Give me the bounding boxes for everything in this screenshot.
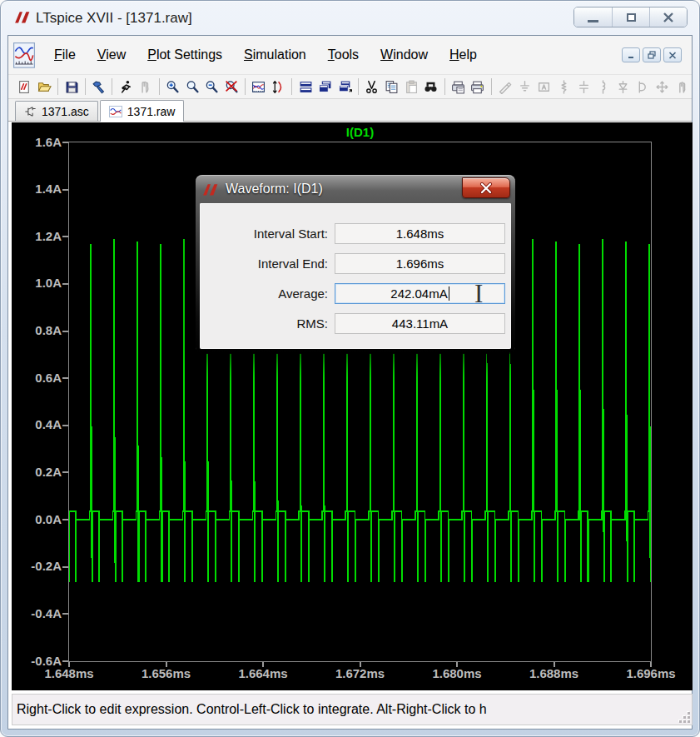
cut-icon: [365, 80, 379, 94]
tile-horizontal-icon: [299, 80, 313, 94]
interval-end-field[interactable]: 1.696ms: [335, 253, 505, 274]
titlebar[interactable]: LTspice XVII - [1371.raw]: [1, 1, 699, 35]
maximize-icon: [627, 13, 636, 22]
menu-item-plot-settings[interactable]: Plot Settings: [137, 36, 233, 74]
y-axis-tick-label: 0.8A: [13, 323, 62, 337]
x-axis-tick: [166, 662, 167, 667]
cut-button[interactable]: [362, 77, 382, 97]
y-axis-tick: [62, 331, 68, 332]
tab-label: 1371.raw: [127, 105, 176, 118]
menu-item-file[interactable]: File: [43, 36, 87, 74]
maximize-button[interactable]: [612, 7, 649, 27]
menu-item-simulation[interactable]: Simulation: [233, 36, 317, 74]
dialog-row-interval-end: Interval End:1.696ms: [205, 253, 511, 274]
copy-button[interactable]: [382, 77, 402, 97]
x-axis-tick-label: 1.680ms: [419, 666, 495, 680]
rms-field[interactable]: 443.11mA: [335, 313, 505, 334]
toolbar-separator: [112, 78, 112, 95]
x-axis-tick-label: 1.664ms: [225, 666, 301, 680]
toolbar-separator: [291, 78, 292, 95]
status-bar: Right-Click to edit expression. Control-…: [12, 694, 693, 725]
dialog-close-button[interactable]: [462, 177, 510, 198]
waveform-app-icon: [13, 42, 35, 67]
capacitor-button: [573, 77, 593, 97]
zoom-back-button[interactable]: [182, 77, 202, 97]
mdi-minimize-button[interactable]: [622, 47, 640, 62]
x-axis-tick-label: 1.696ms: [613, 666, 689, 680]
x-axis-tick: [262, 662, 264, 667]
y-axis-tick: [62, 236, 68, 237]
y-axis-tick-label: 1.6A: [13, 135, 62, 149]
autorange-y-button[interactable]: [269, 77, 289, 97]
zoom-in-button[interactable]: [163, 77, 183, 97]
y-axis-tick-label: -0.6A: [13, 654, 62, 668]
control-panel-hammer-icon: [92, 80, 106, 94]
open-folder-button[interactable]: [35, 77, 55, 97]
y-axis-tick: [62, 189, 68, 191]
tab-1371-asc[interactable]: 1371.asc: [15, 101, 98, 121]
new-schematic-icon: [17, 80, 32, 94]
plot-title: I(D1): [69, 125, 651, 139]
diode-button: [613, 77, 633, 97]
y-axis-tick-label: 0.2A: [13, 465, 62, 479]
save-button[interactable]: [62, 77, 82, 97]
zoom-out-button[interactable]: [202, 77, 222, 97]
mdi-restore-button[interactable]: [643, 47, 661, 62]
ltspice-logo-icon: [202, 182, 219, 197]
schematic-tab-icon: [24, 106, 37, 117]
content-panel: FileViewPlot SettingsSimulationToolsWind…: [7, 35, 693, 730]
plot-settings-button[interactable]: [249, 77, 269, 97]
run-button[interactable]: [116, 77, 136, 97]
interval-end-value: 1.696ms: [396, 256, 444, 271]
interval-start-field[interactable]: 1.648ms: [335, 223, 505, 244]
component-icon: [635, 80, 649, 94]
menu-item-view[interactable]: View: [87, 36, 137, 74]
close-button[interactable]: [649, 7, 687, 27]
paste-icon: [405, 80, 419, 94]
toolbar: [8, 74, 692, 99]
minimize-button[interactable]: [574, 7, 612, 27]
zoom-back-icon: [186, 80, 200, 94]
y-axis-tick: [62, 425, 68, 426]
close-icon: [479, 182, 493, 194]
toolbar-separator: [358, 78, 359, 95]
waveform-stats-dialog: Waveform: I(D1) Interval Start:1.648msIn…: [196, 175, 515, 353]
y-axis-tick-label: 0.6A: [13, 371, 62, 385]
menubar: FileViewPlot SettingsSimulationToolsWind…: [8, 36, 692, 74]
x-axis-tick-label: 1.648ms: [31, 666, 107, 680]
label-net-icon: [537, 80, 551, 94]
y-axis-tick-label: 0.0A: [13, 512, 62, 526]
inductor-icon: [596, 80, 610, 94]
tab-1371-raw[interactable]: 1371.raw: [100, 100, 185, 122]
move-button: [653, 77, 673, 97]
dialog-row-rms: RMS:443.11mA: [205, 313, 511, 334]
mdi-close-button[interactable]: [663, 47, 682, 62]
tile-vertical-button[interactable]: [335, 77, 355, 97]
tile-vertical-icon: [338, 80, 352, 94]
resize-grip[interactable]: [678, 711, 690, 723]
close-icon: [663, 12, 674, 22]
menu-item-window[interactable]: Window: [370, 36, 439, 74]
x-axis-tick: [360, 662, 361, 667]
toolbar-separator: [444, 78, 445, 95]
move-icon: [655, 80, 669, 94]
average-label: Average:: [205, 286, 328, 301]
average-value: 242.04mA: [390, 286, 447, 301]
x-axis-tick-label: 1.656ms: [128, 666, 205, 680]
zoom-full-extents-button[interactable]: [221, 77, 241, 97]
new-schematic-button[interactable]: [15, 77, 35, 97]
ltspice-window: LTspice XVII - [1371.raw] FileViewPlot S…: [0, 0, 700, 737]
zoom-in-icon: [166, 80, 180, 94]
y-axis-tick-label: 1.0A: [13, 276, 62, 290]
print-button[interactable]: [468, 77, 488, 97]
control-panel-hammer-button[interactable]: [89, 77, 109, 97]
resistor-icon: [557, 80, 571, 94]
print-preview-button[interactable]: [449, 77, 469, 97]
find-button[interactable]: [421, 77, 441, 97]
menu-item-tools[interactable]: Tools: [317, 36, 370, 74]
y-axis-tick: [62, 519, 68, 520]
tile-horizontal-button[interactable]: [295, 77, 315, 97]
cascade-windows-button[interactable]: [315, 77, 335, 97]
halt-hand-icon: [138, 80, 152, 94]
menu-item-help[interactable]: Help: [439, 36, 488, 74]
